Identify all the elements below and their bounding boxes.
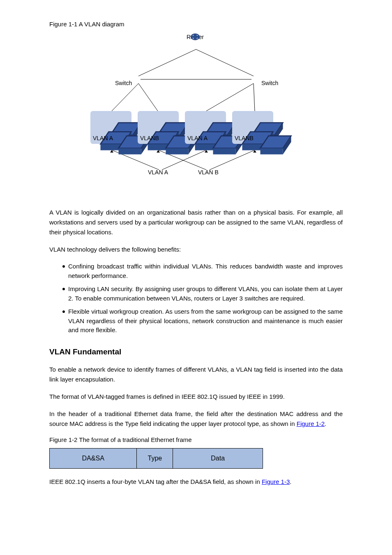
figure-1-label: Figure 1-1 A VLAN diagram	[49, 21, 343, 28]
svg-line-3	[112, 83, 138, 111]
paragraph-1: A VLAN is logically divided on an organi…	[49, 208, 343, 237]
svg-line-5	[206, 83, 254, 111]
vlan-a-label-2: VLAN A	[187, 135, 208, 141]
paragraph-3b: In the header of a traditional Ethernet …	[49, 409, 343, 429]
ethernet-frame-diagram: DA&SA Type Data	[49, 448, 263, 469]
svg-rect-56	[261, 148, 283, 155]
bullet-icon: ●	[59, 307, 68, 335]
bullet-item: ● Improving LAN security. By assigning u…	[59, 284, 343, 303]
bullet-item: ● Confining broadcast traffic within ind…	[59, 262, 343, 280]
benefits-intro: VLAN technology delivers the following b…	[49, 245, 343, 254]
frame-type: Type	[137, 449, 173, 468]
svg-rect-47	[213, 148, 236, 155]
router-icon	[187, 33, 204, 40]
vlan-b-label: VLANB	[140, 135, 159, 141]
figure-1-2-link[interactable]: Figure 1-2	[297, 420, 325, 427]
paragraph-3a: The format of VLAN-tagged frames is defi…	[49, 392, 343, 402]
svg-line-4	[138, 83, 158, 111]
bullet-text-2: Improving LAN security. By assigning use…	[68, 284, 343, 303]
frame-dasa: DA&SA	[50, 449, 137, 468]
figure-1-3-link[interactable]: Figure 1-3	[262, 478, 290, 485]
switch-left-label: Switch	[115, 80, 132, 86]
bullet-icon: ●	[59, 262, 68, 280]
para3-suffix: .	[325, 420, 326, 427]
bullet-icon: ●	[59, 284, 68, 303]
bullet-text-1: Confining broadcast traffic within indiv…	[68, 262, 343, 280]
figure-2-label: Figure 1-2 The format of a traditional E…	[49, 436, 343, 443]
vlan-a-label: VLAN A	[93, 135, 113, 141]
para4-suffix: .	[290, 478, 291, 485]
paragraph-2: To enable a network device to identify f…	[49, 365, 343, 384]
switch-icon	[255, 127, 296, 160]
bottom-vlan-b: VLAN B	[198, 169, 219, 176]
svg-line-6	[254, 83, 255, 111]
paragraph-4: IEEE 802.1Q inserts a four-byte VLAN tag…	[49, 477, 343, 487]
svg-rect-29	[119, 148, 141, 155]
svg-point-15	[191, 34, 200, 40]
section-heading: VLAN Fundamental	[49, 347, 343, 356]
svg-line-1	[196, 49, 254, 76]
vlan-diagram: Router Switch Switch VLAN A VLANB VLAN A	[83, 31, 309, 195]
bullet-item: ● Flexible virtual workgroup creation. A…	[59, 307, 343, 335]
para4-text: IEEE 802.1Q inserts a four-byte VLAN tag…	[49, 478, 262, 485]
bottom-vlan-a: VLAN A	[148, 169, 168, 176]
bullet-text-3: Flexible virtual workgroup creation. As …	[68, 307, 343, 335]
svg-line-0	[138, 49, 196, 76]
vlan-b-label-2: VLANB	[235, 135, 254, 141]
switch-right-label: Switch	[261, 80, 278, 86]
svg-rect-38	[166, 148, 189, 155]
frame-data: Data	[173, 449, 263, 468]
